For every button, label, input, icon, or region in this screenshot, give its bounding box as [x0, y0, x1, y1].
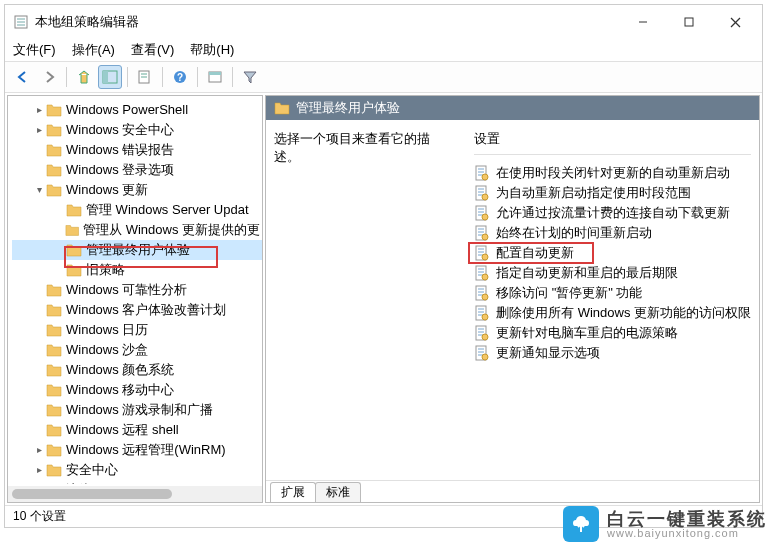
tree-item[interactable]: Windows 日历: [12, 320, 262, 340]
setting-item[interactable]: 为自动重新启动指定使用时段范围: [474, 183, 751, 203]
svg-point-56: [482, 314, 488, 320]
tree-item-label: Windows 沙盒: [66, 340, 148, 360]
tree-item[interactable]: Windows 客户体验改善计划: [12, 300, 262, 320]
tree-horizontal-scrollbar[interactable]: [8, 486, 262, 502]
setting-item[interactable]: 更新针对电脑车重启的电源策略: [474, 323, 751, 343]
up-button[interactable]: [72, 65, 96, 89]
setting-item[interactable]: 配置自动更新: [474, 243, 751, 263]
policy-icon: [474, 205, 490, 221]
setting-item[interactable]: 在使用时段关闭针对更新的自动重新启动: [474, 163, 751, 183]
export-button[interactable]: [133, 65, 157, 89]
tree-item[interactable]: Windows 游戏录制和广播: [12, 400, 262, 420]
menu-view[interactable]: 查看(V): [131, 41, 174, 59]
properties-button[interactable]: [203, 65, 227, 89]
svg-point-41: [482, 254, 488, 260]
setting-label: 更新针对电脑车重启的电源策略: [496, 324, 678, 342]
tree-item[interactable]: ▸Windows 安全中心: [12, 120, 262, 140]
setting-label: 为自动重新启动指定使用时段范围: [496, 184, 691, 202]
tree-item[interactable]: Windows 可靠性分析: [12, 280, 262, 300]
tree-item[interactable]: Windows 错误报告: [12, 140, 262, 160]
expander-closed-icon[interactable]: ▸: [32, 120, 46, 140]
show-tree-button[interactable]: [98, 65, 122, 89]
watermark-logo: [563, 506, 599, 542]
forward-button[interactable]: [37, 65, 61, 89]
setting-item[interactable]: 删除使用所有 Windows 更新功能的访问权限: [474, 303, 751, 323]
policy-icon: [474, 185, 490, 201]
tab-standard[interactable]: 标准: [315, 482, 361, 502]
svg-point-66: [482, 354, 488, 360]
expander-closed-icon[interactable]: ▸: [32, 480, 46, 484]
tree-item[interactable]: Windows 移动中心: [12, 380, 262, 400]
folder-icon: [46, 103, 62, 117]
tree-item-label: 管理最终用户体验: [86, 240, 190, 260]
expander-open-icon[interactable]: ▾: [32, 180, 46, 200]
folder-icon: [274, 101, 290, 115]
setting-item[interactable]: 始终在计划的时间重新启动: [474, 223, 751, 243]
tree-item-label: Windows 更新: [66, 180, 148, 200]
setting-label: 在使用时段关闭针对更新的自动重新启动: [496, 164, 730, 182]
folder-icon: [46, 283, 62, 297]
tree-item[interactable]: ▾Windows 更新: [12, 180, 262, 200]
expander-closed-icon[interactable]: ▸: [32, 440, 46, 460]
tree-item-label: Windows 登录选项: [66, 160, 174, 180]
policy-icon: [474, 245, 490, 261]
tree-item[interactable]: Windows 沙盒: [12, 340, 262, 360]
tree-item[interactable]: 旧策略: [12, 260, 262, 280]
svg-rect-16: [209, 72, 221, 75]
tree-item-label: Windows 客户体验改善计划: [66, 300, 226, 320]
folder-icon: [46, 443, 62, 457]
tree-item[interactable]: ▸Windows PowerShell: [12, 100, 262, 120]
setting-item[interactable]: 允许通过按流量计费的连接自动下载更新: [474, 203, 751, 223]
maximize-button[interactable]: [666, 6, 712, 38]
policy-icon: [474, 285, 490, 301]
tree-item-label: Windows 日历: [66, 320, 148, 340]
folder-icon: [46, 383, 62, 397]
setting-item[interactable]: 更新通知显示选项: [474, 343, 751, 363]
titlebar: 本地组策略编辑器: [5, 5, 762, 39]
detail-prompt: 选择一个项目来查看它的描述。: [274, 130, 454, 166]
folder-icon: [46, 423, 62, 437]
tree-item[interactable]: Windows 登录选项: [12, 160, 262, 180]
back-button[interactable]: [11, 65, 35, 89]
setting-item[interactable]: 移除访问 "暂停更新" 功能: [474, 283, 751, 303]
tree-item[interactable]: ▸Windows 远程管理(WinRM): [12, 440, 262, 460]
tree-item[interactable]: 管理最终用户体验: [12, 240, 262, 260]
tree-item[interactable]: 管理 Windows Server Updat: [12, 200, 262, 220]
detail-tabs: 扩展 标准: [266, 480, 759, 502]
watermark-url: www.baiyunxitong.com: [607, 528, 767, 539]
minimize-button[interactable]: [620, 6, 666, 38]
menu-action[interactable]: 操作(A): [72, 41, 115, 59]
settings-list: 设置 在使用时段关闭针对更新的自动重新启动为自动重新启动指定使用时段范围允许通过…: [474, 130, 751, 480]
expander-closed-icon[interactable]: ▸: [32, 460, 46, 480]
column-header-setting[interactable]: 设置: [474, 130, 751, 155]
tree-item-label: Windows PowerShell: [66, 100, 188, 120]
setting-item[interactable]: 指定自动更新和重启的最后期限: [474, 263, 751, 283]
tree-item[interactable]: ▸边缘 UI: [12, 480, 262, 484]
folder-icon: [46, 483, 62, 484]
tree-item[interactable]: Windows 颜色系统: [12, 360, 262, 380]
tree-item-label: 边缘 UI: [66, 480, 109, 484]
help-button[interactable]: ?: [168, 65, 192, 89]
svg-point-31: [482, 214, 488, 220]
tree-item-label: Windows 移动中心: [66, 380, 174, 400]
setting-label: 始终在计划的时间重新启动: [496, 224, 652, 242]
tree-item-label: Windows 可靠性分析: [66, 280, 187, 300]
tree-item[interactable]: 管理从 Windows 更新提供的更: [12, 220, 262, 240]
tree-item[interactable]: Windows 远程 shell: [12, 420, 262, 440]
window-title: 本地组策略编辑器: [35, 13, 620, 31]
tab-extended[interactable]: 扩展: [270, 482, 316, 502]
folder-icon: [46, 123, 62, 137]
svg-point-51: [482, 294, 488, 300]
menu-file[interactable]: 文件(F): [13, 41, 56, 59]
tree-item-label: Windows 颜色系统: [66, 360, 174, 380]
menubar: 文件(F) 操作(A) 查看(V) 帮助(H): [5, 39, 762, 61]
expander-closed-icon[interactable]: ▸: [32, 100, 46, 120]
filter-button[interactable]: [238, 65, 262, 89]
folder-icon: [46, 363, 62, 377]
close-button[interactable]: [712, 6, 758, 38]
menu-help[interactable]: 帮助(H): [190, 41, 234, 59]
folder-icon: [66, 243, 82, 257]
folder-icon: [66, 203, 82, 217]
tree-item[interactable]: ▸安全中心: [12, 460, 262, 480]
policy-icon: [474, 305, 490, 321]
